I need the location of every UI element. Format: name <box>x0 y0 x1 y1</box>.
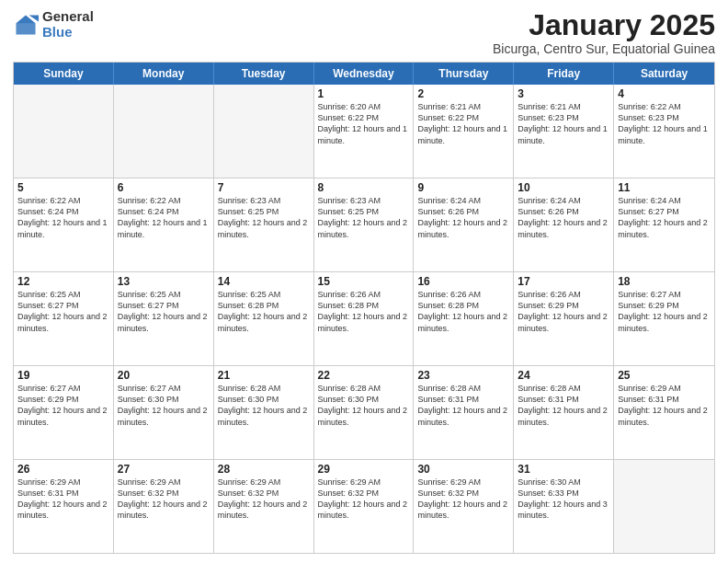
day-number: 24 <box>518 369 609 382</box>
day-info: Sunrise: 6:22 AM Sunset: 6:24 PM Dayligh… <box>118 195 210 240</box>
day-29: 29Sunrise: 6:29 AM Sunset: 6:32 PM Dayli… <box>314 460 415 553</box>
day-info: Sunrise: 6:29 AM Sunset: 6:32 PM Dayligh… <box>118 477 210 522</box>
day-1: 1Sunrise: 6:20 AM Sunset: 6:22 PM Daylig… <box>314 85 415 178</box>
logo-blue: Blue <box>42 25 94 40</box>
day-number: 28 <box>218 463 310 476</box>
logo: General Blue <box>13 9 94 40</box>
day-info: Sunrise: 6:26 AM Sunset: 6:29 PM Dayligh… <box>518 289 609 334</box>
day-number: 2 <box>417 87 509 100</box>
day-info: Sunrise: 6:27 AM Sunset: 6:30 PM Dayligh… <box>118 383 210 428</box>
day-4: 4Sunrise: 6:22 AM Sunset: 6:23 PM Daylig… <box>614 85 714 178</box>
day-number: 11 <box>618 181 711 194</box>
day-number: 3 <box>518 87 609 100</box>
header-right: January 2025 Bicurga, Centro Sur, Equato… <box>493 9 715 56</box>
day-number: 16 <box>417 275 509 288</box>
day-info: Sunrise: 6:27 AM Sunset: 6:29 PM Dayligh… <box>17 383 109 428</box>
logo-icon <box>13 12 39 38</box>
day-12: 12Sunrise: 6:25 AM Sunset: 6:27 PM Dayli… <box>14 272 114 365</box>
col-header-friday: Friday <box>514 63 614 85</box>
day-18: 18Sunrise: 6:27 AM Sunset: 6:29 PM Dayli… <box>614 272 714 365</box>
day-2: 2Sunrise: 6:21 AM Sunset: 6:22 PM Daylig… <box>414 85 514 178</box>
header: General Blue January 2025 Bicurga, Centr… <box>13 9 715 56</box>
calendar: SundayMondayTuesdayWednesdayThursdayFrid… <box>13 62 715 554</box>
day-number: 20 <box>118 369 210 382</box>
day-number: 25 <box>618 369 711 382</box>
day-number: 10 <box>518 181 609 194</box>
day-9: 9Sunrise: 6:24 AM Sunset: 6:26 PM Daylig… <box>414 178 514 271</box>
day-number: 7 <box>218 181 310 194</box>
day-empty <box>14 85 114 178</box>
logo-text: General Blue <box>42 9 94 40</box>
day-7: 7Sunrise: 6:23 AM Sunset: 6:25 PM Daylig… <box>214 178 314 271</box>
day-info: Sunrise: 6:24 AM Sunset: 6:27 PM Dayligh… <box>618 195 711 240</box>
day-info: Sunrise: 6:29 AM Sunset: 6:32 PM Dayligh… <box>417 477 509 522</box>
day-number: 29 <box>318 463 410 476</box>
day-empty <box>114 85 214 178</box>
day-17: 17Sunrise: 6:26 AM Sunset: 6:29 PM Dayli… <box>514 272 614 365</box>
svg-rect-2 <box>17 23 36 34</box>
day-15: 15Sunrise: 6:26 AM Sunset: 6:28 PM Dayli… <box>314 272 415 365</box>
day-24: 24Sunrise: 6:28 AM Sunset: 6:31 PM Dayli… <box>514 366 614 459</box>
day-number: 6 <box>118 181 210 194</box>
day-info: Sunrise: 6:28 AM Sunset: 6:31 PM Dayligh… <box>518 383 609 428</box>
day-11: 11Sunrise: 6:24 AM Sunset: 6:27 PM Dayli… <box>614 178 714 271</box>
col-header-monday: Monday <box>114 63 214 85</box>
day-info: Sunrise: 6:25 AM Sunset: 6:27 PM Dayligh… <box>118 289 210 334</box>
day-info: Sunrise: 6:23 AM Sunset: 6:25 PM Dayligh… <box>218 195 310 240</box>
day-3: 3Sunrise: 6:21 AM Sunset: 6:23 PM Daylig… <box>514 85 614 178</box>
day-info: Sunrise: 6:26 AM Sunset: 6:28 PM Dayligh… <box>318 289 410 334</box>
day-13: 13Sunrise: 6:25 AM Sunset: 6:27 PM Dayli… <box>114 272 214 365</box>
day-20: 20Sunrise: 6:27 AM Sunset: 6:30 PM Dayli… <box>114 366 214 459</box>
day-info: Sunrise: 6:29 AM Sunset: 6:32 PM Dayligh… <box>218 477 310 522</box>
day-info: Sunrise: 6:21 AM Sunset: 6:23 PM Dayligh… <box>518 101 609 146</box>
day-26: 26Sunrise: 6:29 AM Sunset: 6:31 PM Dayli… <box>14 460 114 553</box>
col-header-thursday: Thursday <box>414 63 514 85</box>
day-16: 16Sunrise: 6:26 AM Sunset: 6:28 PM Dayli… <box>414 272 514 365</box>
day-number: 4 <box>618 87 711 100</box>
day-info: Sunrise: 6:25 AM Sunset: 6:27 PM Dayligh… <box>17 289 109 334</box>
day-number: 26 <box>17 463 109 476</box>
day-number: 17 <box>518 275 609 288</box>
day-empty <box>214 85 314 178</box>
day-number: 13 <box>118 275 210 288</box>
subtitle: Bicurga, Centro Sur, Equatorial Guinea <box>493 41 715 56</box>
page: General Blue January 2025 Bicurga, Centr… <box>0 0 728 563</box>
day-25: 25Sunrise: 6:29 AM Sunset: 6:31 PM Dayli… <box>614 366 714 459</box>
day-info: Sunrise: 6:26 AM Sunset: 6:28 PM Dayligh… <box>417 289 509 334</box>
day-10: 10Sunrise: 6:24 AM Sunset: 6:26 PM Dayli… <box>514 178 614 271</box>
day-info: Sunrise: 6:24 AM Sunset: 6:26 PM Dayligh… <box>417 195 509 240</box>
day-5: 5Sunrise: 6:22 AM Sunset: 6:24 PM Daylig… <box>14 178 114 271</box>
day-info: Sunrise: 6:28 AM Sunset: 6:31 PM Dayligh… <box>417 383 509 428</box>
day-info: Sunrise: 6:25 AM Sunset: 6:28 PM Dayligh… <box>218 289 310 334</box>
day-info: Sunrise: 6:24 AM Sunset: 6:26 PM Dayligh… <box>518 195 609 240</box>
week-row-1: 5Sunrise: 6:22 AM Sunset: 6:24 PM Daylig… <box>14 178 714 271</box>
day-19: 19Sunrise: 6:27 AM Sunset: 6:29 PM Dayli… <box>14 366 114 459</box>
day-number: 8 <box>318 181 410 194</box>
col-headers: SundayMondayTuesdayWednesdayThursdayFrid… <box>14 63 714 85</box>
day-info: Sunrise: 6:29 AM Sunset: 6:31 PM Dayligh… <box>17 477 109 522</box>
day-number: 19 <box>17 369 109 382</box>
day-info: Sunrise: 6:21 AM Sunset: 6:22 PM Dayligh… <box>417 101 509 146</box>
day-info: Sunrise: 6:20 AM Sunset: 6:22 PM Dayligh… <box>318 101 410 146</box>
day-number: 15 <box>318 275 410 288</box>
day-number: 14 <box>218 275 310 288</box>
day-8: 8Sunrise: 6:23 AM Sunset: 6:25 PM Daylig… <box>314 178 415 271</box>
day-number: 1 <box>318 87 410 100</box>
day-info: Sunrise: 6:22 AM Sunset: 6:24 PM Dayligh… <box>17 195 109 240</box>
logo-general: General <box>42 9 94 25</box>
day-number: 23 <box>417 369 509 382</box>
day-28: 28Sunrise: 6:29 AM Sunset: 6:32 PM Dayli… <box>214 460 314 553</box>
day-27: 27Sunrise: 6:29 AM Sunset: 6:32 PM Dayli… <box>114 460 214 553</box>
day-14: 14Sunrise: 6:25 AM Sunset: 6:28 PM Dayli… <box>214 272 314 365</box>
day-number: 30 <box>417 463 509 476</box>
month-title: January 2025 <box>493 9 715 41</box>
day-number: 21 <box>218 369 310 382</box>
week-row-0: 1Sunrise: 6:20 AM Sunset: 6:22 PM Daylig… <box>14 85 714 178</box>
day-number: 18 <box>618 275 711 288</box>
week-row-2: 12Sunrise: 6:25 AM Sunset: 6:27 PM Dayli… <box>14 271 714 365</box>
day-info: Sunrise: 6:30 AM Sunset: 6:33 PM Dayligh… <box>518 477 609 522</box>
day-22: 22Sunrise: 6:28 AM Sunset: 6:30 PM Dayli… <box>314 366 415 459</box>
day-info: Sunrise: 6:28 AM Sunset: 6:30 PM Dayligh… <box>218 383 310 428</box>
day-number: 9 <box>417 181 509 194</box>
week-row-3: 19Sunrise: 6:27 AM Sunset: 6:29 PM Dayli… <box>14 365 714 459</box>
